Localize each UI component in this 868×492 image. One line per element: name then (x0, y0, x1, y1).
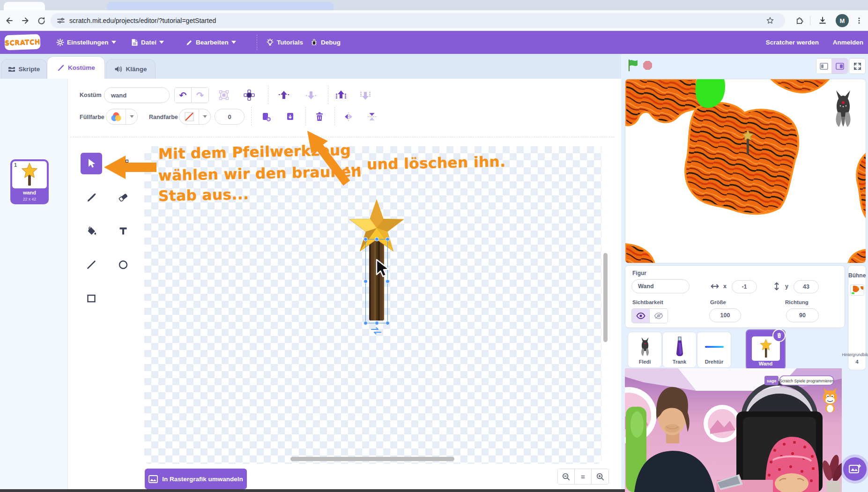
sprite-name-input[interactable] (631, 279, 690, 293)
costume-item-wand[interactable]: 1 wand 22 x 42 (10, 159, 49, 204)
group-button[interactable] (216, 88, 231, 103)
webcam-video-overlay[interactable]: sage Scratch Spiele programmieren (625, 368, 842, 492)
extensions-icon[interactable] (794, 15, 805, 26)
outline-width-input[interactable] (215, 109, 245, 125)
copy-icon (261, 112, 271, 122)
normal-stage-button[interactable] (832, 59, 847, 74)
kebab-menu-icon[interactable] (853, 15, 865, 26)
delete-sprite-badge[interactable] (772, 329, 786, 342)
sprite-item-fledi[interactable]: Fledi (628, 332, 662, 368)
fullscreen-button[interactable] (849, 58, 866, 74)
costume-sidebar: 1 wand 22 x 42 (0, 79, 68, 492)
sprite-name: Wand (759, 361, 773, 366)
canvas-vertical-scrollbar[interactable] (603, 253, 608, 342)
canvas-horizontal-scrollbar[interactable] (290, 457, 454, 461)
zoom-reset-button[interactable]: = (575, 469, 592, 484)
address-bar[interactable]: scratch.mit.edu/projects/editor/?tutoria… (51, 13, 785, 28)
selection-handle[interactable] (375, 237, 379, 241)
site-settings-icon[interactable] (57, 16, 65, 25)
arrow-front-icon (335, 90, 347, 100)
x-position-icon (710, 283, 720, 289)
delete-button[interactable] (312, 109, 327, 124)
zoom-out-button[interactable] (558, 469, 575, 484)
copy-button[interactable] (259, 109, 274, 124)
y-label: y (785, 283, 788, 290)
menu-become-scratcher[interactable]: Scratcher werden (766, 31, 819, 54)
zoom-in-button[interactable] (592, 469, 608, 484)
x-input[interactable] (732, 280, 757, 293)
back-icon[interactable] (4, 15, 15, 26)
selection-handle[interactable] (386, 321, 390, 325)
tool-eraser[interactable] (112, 186, 134, 208)
browser-toolbar: scratch.mit.edu/projects/editor/?tutoria… (0, 10, 868, 31)
selection-handle[interactable] (386, 237, 390, 241)
tool-line[interactable] (81, 254, 102, 276)
tab-sounds[interactable]: Klänge (106, 59, 156, 79)
annotation-arrow-select-tool (104, 155, 156, 180)
sprite-item-trank[interactable]: Trank (662, 332, 697, 368)
avatar[interactable]: M (836, 14, 849, 27)
layer-forward-button[interactable] (276, 88, 291, 103)
tab-costumes[interactable]: Kostüme (47, 56, 105, 79)
backdrop-thumbnail[interactable] (850, 284, 864, 296)
direction-input[interactable] (786, 308, 819, 322)
tool-select[interactable] (81, 153, 102, 174)
menu-sign-in[interactable]: Anmelden (833, 31, 863, 54)
scratch-logo[interactable]: SCRATCH (4, 34, 40, 51)
browser-tab-2[interactable] (107, 2, 334, 10)
layer-front-button[interactable] (334, 88, 349, 103)
selection-handle[interactable] (375, 321, 379, 325)
selection-handle[interactable] (364, 237, 368, 241)
bookmark-star-icon[interactable] (766, 16, 774, 25)
flip-horizontal-button[interactable] (341, 109, 356, 124)
forward-icon[interactable] (20, 15, 31, 26)
costume-name-input[interactable] (104, 87, 170, 103)
window-bottom-edge (0, 489, 625, 492)
show-sprite-button[interactable] (632, 309, 650, 323)
small-stage-button[interactable] (816, 59, 832, 74)
undo-button[interactable]: ↶ (175, 88, 192, 103)
badge-block-label: sage (767, 379, 777, 383)
paste-icon (285, 112, 296, 122)
selection-handle[interactable] (364, 321, 368, 325)
menu-edit[interactable]: Bearbeiten (185, 31, 236, 54)
sprite-item-drehtuer[interactable]: Drehtür (697, 332, 731, 368)
tool-fill[interactable] (81, 220, 102, 242)
menu-settings[interactable]: Einstellungen (56, 31, 116, 54)
fill-color-picker[interactable] (106, 109, 138, 125)
tab-scripts[interactable]: Skripte (1, 59, 47, 79)
selection-box[interactable] (365, 239, 388, 323)
paste-button[interactable] (283, 109, 298, 124)
layer-backward-button[interactable] (304, 88, 319, 103)
select-cursor-icon (86, 158, 96, 169)
add-backdrop-button[interactable] (843, 457, 867, 481)
outline-color-picker[interactable] (179, 109, 211, 125)
ungroup-button[interactable] (242, 88, 257, 103)
redo-button[interactable]: ↷ (192, 88, 208, 103)
selection-rotate-icon[interactable] (370, 327, 382, 335)
download-icon[interactable] (817, 15, 828, 26)
convert-to-bitmap-button[interactable]: In Rastergrafik umwandeln (145, 469, 247, 489)
size-input[interactable] (709, 308, 741, 322)
browser-tab-1[interactable] (4, 2, 45, 10)
stop-button[interactable] (643, 60, 653, 70)
menu-debug[interactable]: Debug (310, 31, 341, 54)
menu-file[interactable]: Datei (131, 31, 164, 54)
y-input[interactable] (794, 280, 819, 293)
tool-text[interactable] (112, 220, 134, 242)
flip-vertical-button[interactable] (364, 109, 379, 124)
gear-icon (56, 38, 64, 46)
selection-handle[interactable] (364, 279, 368, 283)
reload-icon[interactable] (36, 15, 47, 26)
hide-sprite-button[interactable] (650, 309, 668, 323)
tool-circle[interactable] (112, 254, 134, 276)
chevron-down-icon (111, 41, 116, 44)
layer-back-button[interactable] (358, 88, 373, 103)
green-flag-button[interactable] (628, 59, 639, 72)
tool-rectangle[interactable] (81, 288, 102, 309)
size-label: Größe (710, 299, 726, 305)
menu-tutorials[interactable]: Tutorials (266, 31, 303, 54)
menu-tutorials-label: Tutorials (277, 39, 303, 46)
tool-brush[interactable] (81, 186, 102, 208)
stage[interactable] (625, 79, 866, 263)
